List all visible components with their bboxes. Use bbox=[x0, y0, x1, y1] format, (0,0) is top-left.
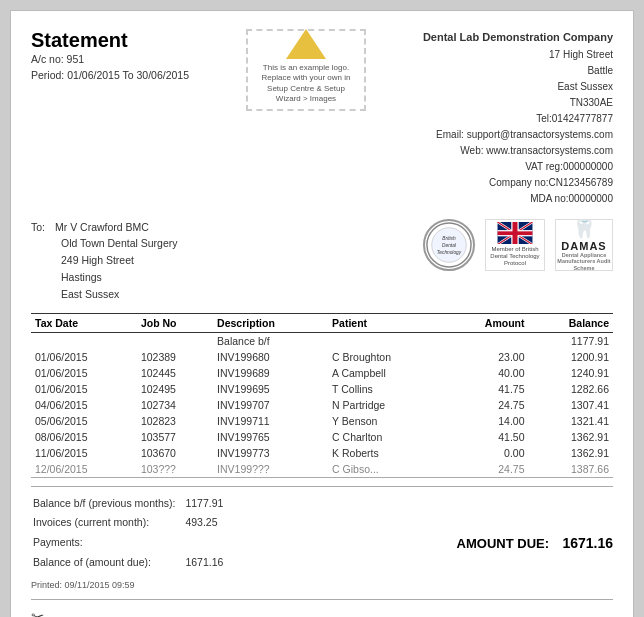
to-address2: Hastings bbox=[61, 269, 178, 286]
cell-job: 103670 bbox=[137, 445, 213, 461]
vat-label: VAT reg: bbox=[525, 161, 563, 172]
svg-text:Dental: Dental bbox=[442, 243, 457, 248]
cell-patient: A Campbell bbox=[328, 365, 445, 381]
tel-value: 01424777877 bbox=[552, 113, 613, 124]
company-name: Dental Lab Demonstration Company bbox=[423, 29, 613, 47]
svg-rect-13 bbox=[498, 231, 533, 235]
svg-text:British: British bbox=[442, 236, 456, 241]
cell-job: 102823 bbox=[137, 413, 213, 429]
table-row: 05/06/2015102823INV199711Y Benson14.0013… bbox=[31, 413, 613, 429]
balance-row: Balance of (amount due): 1671.16 bbox=[33, 554, 231, 572]
cell-desc: Balance b/f bbox=[213, 332, 328, 349]
cell-patient: T Collins bbox=[328, 381, 445, 397]
cell-job: 102495 bbox=[137, 381, 213, 397]
acno-value: 951 bbox=[67, 53, 85, 65]
cell-patient: C Gibso... bbox=[328, 461, 445, 478]
header-section: Statement A/c no: 951 Period: 01/06/2015… bbox=[31, 29, 613, 207]
cell-amount: 41.75 bbox=[445, 381, 528, 397]
cell-desc: INV199765 bbox=[213, 429, 328, 445]
company-vat: VAT reg:000000000 bbox=[423, 159, 613, 175]
cell-patient: C Charlton bbox=[328, 429, 445, 445]
cell-balance: 1200.91 bbox=[529, 349, 613, 365]
cell-balance: 1307.41 bbox=[529, 397, 613, 413]
logo-triangle bbox=[286, 29, 326, 59]
damas-logo: 🦷 DAMAS Dental ApplianceManufacturers Au… bbox=[555, 219, 613, 271]
table-row: Balance b/f1177.91 bbox=[31, 332, 613, 349]
to-label-row: To: Mr V Crawford BMC bbox=[31, 219, 178, 236]
payments-row: Payments: bbox=[33, 534, 231, 552]
cell-job: 102389 bbox=[137, 349, 213, 365]
cell-date bbox=[31, 332, 137, 349]
company-no: Company no:CN123456789 bbox=[423, 175, 613, 191]
col-header-jobno: Job No bbox=[137, 313, 213, 332]
payments-label: Payments: bbox=[33, 534, 183, 552]
cell-job bbox=[137, 332, 213, 349]
amount-due-label: AMOUNT DUE: bbox=[457, 536, 549, 551]
company-postcode: TN330AE bbox=[423, 95, 613, 111]
logos-section: British Dental Technology bbox=[423, 219, 613, 271]
balance-bf-value: 1177.91 bbox=[185, 495, 231, 513]
cell-desc: INV199711 bbox=[213, 413, 328, 429]
mda-value: 00000000 bbox=[569, 193, 614, 204]
cell-balance: 1282.66 bbox=[529, 381, 613, 397]
cell-desc: INV199??? bbox=[213, 461, 328, 478]
scissors-icon: ✂ bbox=[31, 608, 44, 617]
cell-date: 12/06/2015 bbox=[31, 461, 137, 478]
svg-text:Technology: Technology bbox=[437, 249, 462, 254]
period-value: 01/06/2015 To 30/06/2015 bbox=[67, 69, 189, 81]
cell-amount: 23.00 bbox=[445, 349, 528, 365]
logo-text: This is an example logo. Replace with yo… bbox=[262, 63, 351, 103]
company-email: Email: support@transactorsystems.com bbox=[423, 127, 613, 143]
acno-label: A/c no: bbox=[31, 53, 64, 65]
amount-due-value: 1671.16 bbox=[562, 535, 613, 551]
cell-amount: 40.00 bbox=[445, 365, 528, 381]
cell-patient: Y Benson bbox=[328, 413, 445, 429]
cell-job: 102734 bbox=[137, 397, 213, 413]
col-header-amount: Amount bbox=[445, 313, 528, 332]
summary-section: Balance b/f (previous months): 1177.91 I… bbox=[31, 486, 613, 601]
cell-amount: 24.75 bbox=[445, 397, 528, 413]
cell-desc: INV199680 bbox=[213, 349, 328, 365]
balance-bf-label: Balance b/f (previous months): bbox=[33, 495, 183, 513]
cell-patient: C Broughton bbox=[328, 349, 445, 365]
cell-job: 102445 bbox=[137, 365, 213, 381]
cell-amount: 24.75 bbox=[445, 461, 528, 478]
header-left: Statement A/c no: 951 Period: 01/06/2015… bbox=[31, 29, 189, 84]
cell-balance: 1362.91 bbox=[529, 429, 613, 445]
table-row: 01/06/2015102445INV199689A Campbell40.00… bbox=[31, 365, 613, 381]
summary-left: Balance b/f (previous months): 1177.91 I… bbox=[31, 493, 233, 594]
bdt-flag-logo: Member of BritishDental Technology Proto… bbox=[485, 219, 545, 271]
col-header-date: Tax Date bbox=[31, 313, 137, 332]
bdt-circle-logo: British Dental Technology bbox=[423, 219, 475, 271]
cell-date: 01/06/2015 bbox=[31, 381, 137, 397]
logo-placeholder: This is an example logo. Replace with yo… bbox=[246, 29, 366, 111]
to-section: To: Mr V Crawford BMC Old Town Dental Su… bbox=[31, 219, 178, 303]
cell-desc: INV199695 bbox=[213, 381, 328, 397]
balance-bf-row: Balance b/f (previous months): 1177.91 bbox=[33, 495, 231, 513]
to-address3: East Sussex bbox=[61, 286, 178, 303]
cell-date: 05/06/2015 bbox=[31, 413, 137, 429]
table-row: 11/06/2015103670INV199773K Roberts0.0013… bbox=[31, 445, 613, 461]
summary-table: Balance b/f (previous months): 1177.91 I… bbox=[31, 493, 233, 574]
cell-date: 08/06/2015 bbox=[31, 429, 137, 445]
cell-date: 01/06/2015 bbox=[31, 365, 137, 381]
cell-amount bbox=[445, 332, 528, 349]
invoices-row: Invoices (current month): 493.25 bbox=[33, 514, 231, 532]
cell-amount: 41.50 bbox=[445, 429, 528, 445]
table-row: 01/06/2015102495INV199695T Collins41.751… bbox=[31, 381, 613, 397]
company-web: Web: www.transactorsystems.com bbox=[423, 143, 613, 159]
company-no-label: Company no: bbox=[489, 177, 548, 188]
table-row: 01/06/2015102389INV199680C Broughton23.0… bbox=[31, 349, 613, 365]
page-title: Statement bbox=[31, 29, 189, 52]
cell-job: 103577 bbox=[137, 429, 213, 445]
to-label: To: bbox=[31, 219, 45, 236]
cell-desc: INV199689 bbox=[213, 365, 328, 381]
cell-patient bbox=[328, 332, 445, 349]
company-address2: Battle bbox=[423, 63, 613, 79]
summary-right: AMOUNT DUE: 1671.16 bbox=[457, 535, 613, 551]
cell-amount: 14.00 bbox=[445, 413, 528, 429]
cell-balance: 1240.91 bbox=[529, 365, 613, 381]
balance-value: 1671.16 bbox=[185, 554, 231, 572]
damas-sub: Dental ApplianceManufacturers Audit Sche… bbox=[556, 252, 612, 272]
to-logos-section: To: Mr V Crawford BMC Old Town Dental Su… bbox=[31, 219, 613, 303]
